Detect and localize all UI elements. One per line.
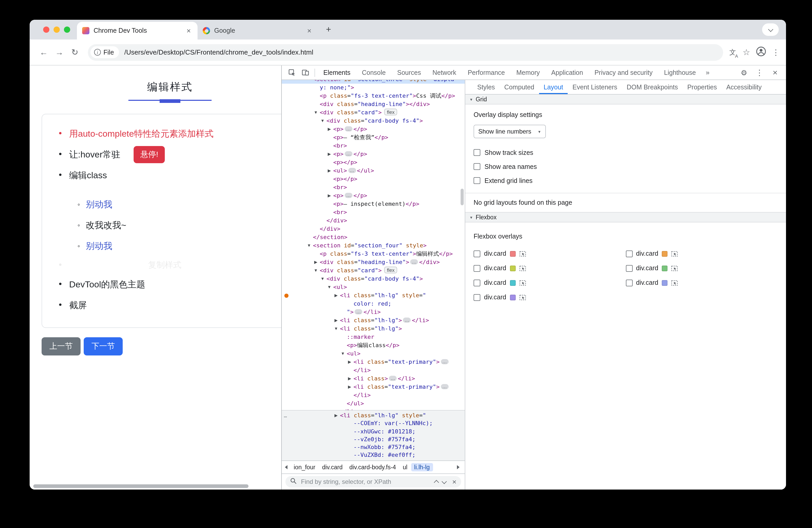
- inspect-element-icon[interactable]: [285, 67, 299, 78]
- horizontal-scrollbar[interactable]: [33, 484, 248, 488]
- breadcrumb-item[interactable]: ul: [400, 463, 410, 471]
- code-line[interactable]: ▶<li class="text-primary">…: [282, 383, 465, 391]
- collapse-arrow-icon[interactable]: ▼: [327, 283, 332, 292]
- subtab-accessibility[interactable]: Accessibility: [722, 80, 766, 94]
- flex-badge[interactable]: flex: [385, 108, 397, 115]
- devtools-tab-elements[interactable]: Elements: [318, 65, 356, 79]
- expand-inline-icon[interactable]: …: [440, 384, 448, 389]
- prev-section-button[interactable]: 上一节: [42, 337, 81, 355]
- new-tab-button[interactable]: +: [321, 23, 336, 37]
- devtools-tab-lighthouse[interactable]: Lighthouse: [658, 65, 701, 79]
- show-overlay-icon[interactable]: [671, 265, 678, 271]
- code-line[interactable]: color: red;: [282, 300, 465, 308]
- grid-section-header[interactable]: ▼ Grid: [465, 94, 786, 104]
- expand-arrow-icon[interactable]: ▶: [327, 192, 332, 200]
- subtab-layout[interactable]: Layout: [539, 80, 568, 94]
- bookmark-star-icon[interactable]: ☆: [743, 47, 750, 57]
- code-line[interactable]: --xhUGwc: #101218;: [282, 427, 465, 436]
- subtab-properties[interactable]: Properties: [683, 80, 722, 94]
- code-line[interactable]: </div>: [282, 217, 465, 225]
- breadcrumb-scroll-right-icon[interactable]: [457, 465, 460, 469]
- code-line[interactable]: <br>: [282, 184, 465, 192]
- device-toolbar-icon[interactable]: [299, 67, 312, 78]
- code-line[interactable]: ">…</li>: [282, 308, 465, 317]
- flex-badge[interactable]: flex: [385, 267, 397, 273]
- vertical-scrollbar[interactable]: [461, 189, 464, 205]
- more-tabs-icon[interactable]: »: [701, 69, 713, 76]
- devtools-tab-console[interactable]: Console: [356, 65, 391, 79]
- devtools-tab-privacy-and-security[interactable]: Privacy and security: [589, 65, 658, 79]
- collapse-arrow-icon[interactable]: ▼: [333, 325, 339, 333]
- devtools-tab-network[interactable]: Network: [427, 65, 462, 79]
- close-tab-icon[interactable]: ×: [185, 27, 192, 35]
- file-scheme-badge[interactable]: i File: [90, 46, 119, 58]
- flex-overlay-checkbox[interactable]: [474, 250, 480, 257]
- code-line[interactable]: ▶<li class="lh-lg">…</li>: [282, 317, 465, 325]
- devtools-tab-application[interactable]: Application: [546, 65, 589, 79]
- settings-gear-icon[interactable]: ⚙: [737, 67, 751, 78]
- browser-tab-chrome-dev-tools[interactable]: Chrome Dev Tools ×: [77, 22, 198, 40]
- code-line[interactable]: ▶<li class="lh-lg" style=": [282, 292, 465, 300]
- code-line[interactable]: <p class="fs-3 text-center">Css 调试</p>: [282, 92, 465, 100]
- breadcrumb-item[interactable]: ion_four: [291, 463, 318, 471]
- expand-arrow-icon[interactable]: ▶: [333, 317, 339, 325]
- checkbox-show-track-sizes[interactable]: [474, 149, 480, 156]
- checkbox-show-area-names[interactable]: [474, 163, 480, 170]
- browser-tab-google[interactable]: Google ×: [198, 22, 318, 40]
- expand-arrow-icon[interactable]: ▶: [327, 125, 332, 134]
- show-overlay-icon[interactable]: [519, 280, 526, 285]
- breadcrumb-item[interactable]: li.lh-lg: [411, 463, 433, 471]
- close-window-button[interactable]: [43, 27, 49, 33]
- flex-overlay-checkbox[interactable]: [626, 265, 633, 272]
- list-text[interactable]: 别动我: [86, 240, 112, 252]
- code-line[interactable]: ▼<ul>: [282, 283, 465, 292]
- code-line[interactable]: ▼<div class="card">flex: [282, 267, 465, 275]
- show-overlay-icon[interactable]: [519, 294, 526, 300]
- collapse-arrow-icon[interactable]: ▼: [306, 241, 312, 250]
- expand-inline-icon[interactable]: …: [389, 376, 397, 381]
- zoom-window-button[interactable]: [64, 27, 70, 33]
- show-overlay-icon[interactable]: [519, 251, 526, 256]
- close-find-icon[interactable]: ×: [452, 478, 456, 486]
- line-numbers-dropdown[interactable]: Show line numbers ▼: [474, 125, 546, 138]
- profile-avatar[interactable]: [755, 45, 767, 59]
- checkbox-extend-grid-lines[interactable]: [474, 177, 480, 184]
- expand-inline-icon[interactable]: …: [345, 193, 352, 198]
- devtools-tab-performance[interactable]: Performance: [462, 65, 510, 79]
- show-overlay-icon[interactable]: [671, 251, 678, 256]
- close-devtools-icon[interactable]: ×: [768, 67, 782, 78]
- close-tab-icon[interactable]: ×: [306, 27, 313, 35]
- code-line[interactable]: <p>– “检查我”</p>: [282, 134, 465, 142]
- code-line[interactable]: ▼<ul>: [282, 350, 465, 358]
- code-line[interactable]: <br>: [282, 142, 465, 150]
- code-line[interactable]: ▼<div class="card">flex: [282, 108, 465, 117]
- expand-arrow-icon[interactable]: ▶: [313, 258, 319, 267]
- code-line[interactable]: --vZe0jb: #757fa4;: [282, 436, 465, 443]
- code-line[interactable]: <p>编辑class</p>: [282, 341, 465, 350]
- tab-search-button[interactable]: [762, 24, 779, 36]
- devtools-tab-sources[interactable]: Sources: [391, 65, 427, 79]
- flex-overlay-checkbox[interactable]: [474, 279, 480, 286]
- next-section-button[interactable]: 下一节: [84, 337, 123, 355]
- translate-icon[interactable]: 文A: [728, 47, 737, 57]
- breadcrumb-scroll-left-icon[interactable]: [285, 465, 288, 469]
- code-line[interactable]: </div>: [282, 225, 465, 233]
- code-line[interactable]: y: none;">: [282, 84, 465, 92]
- collapse-arrow-icon[interactable]: ▼: [313, 267, 319, 275]
- expand-arrow-icon[interactable]: ▶: [327, 150, 332, 159]
- expand-inline-icon[interactable]: …: [348, 168, 356, 173]
- devtools-tab-memory[interactable]: Memory: [511, 65, 546, 79]
- expand-arrow-icon[interactable]: ▶: [333, 412, 339, 420]
- hover-pin-button[interactable]: 悬停!: [134, 146, 165, 163]
- collapse-arrow-icon[interactable]: ▼: [320, 117, 325, 125]
- expand-inline-icon[interactable]: …: [355, 309, 363, 314]
- code-line[interactable]: <div class="heading-line"></div>: [282, 100, 465, 108]
- subtab-computed[interactable]: Computed: [499, 80, 539, 94]
- code-line[interactable]: ▼<div class="card-body fs-4">: [282, 275, 465, 283]
- devtools-menu-icon[interactable]: ⋮: [753, 67, 766, 78]
- code-line[interactable]: </li>: [282, 408, 465, 410]
- flex-overlay-checkbox[interactable]: [474, 294, 480, 300]
- code-line[interactable]: --VuZXBd: #eef0ff;: [282, 451, 465, 459]
- expand-inline-icon[interactable]: …: [403, 318, 411, 323]
- code-line[interactable]: ▶<p>…</p>: [282, 150, 465, 159]
